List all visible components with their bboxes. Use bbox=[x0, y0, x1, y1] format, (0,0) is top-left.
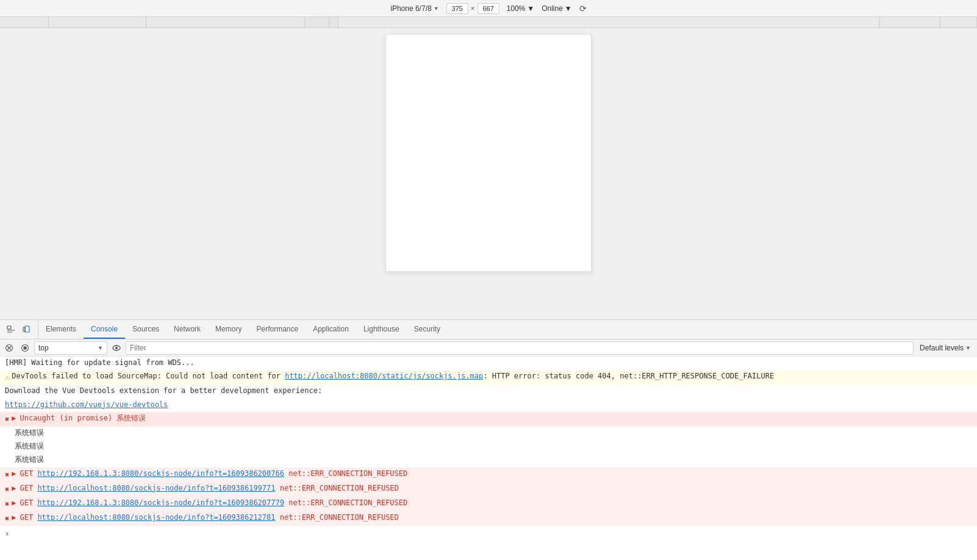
console-message-sourcemap: ⚠ DevTools failed to load SourceMap: Cou… bbox=[0, 370, 977, 385]
devtools-icon-group bbox=[0, 320, 38, 339]
device-selector[interactable]: iPhone 6/7/8 ▼ bbox=[390, 4, 438, 13]
tab-sources[interactable]: Sources bbox=[125, 320, 166, 339]
tab-lighthouse[interactable]: Lighthouse bbox=[356, 320, 407, 339]
rotate-icon[interactable]: ⟳ bbox=[579, 4, 587, 13]
expand-uncaught[interactable]: ▶ bbox=[12, 413, 16, 424]
syserr-3-text: 系统错误 bbox=[15, 454, 44, 466]
console-message-get-1: ✖ ▶ GET http://192.168.1.3:8080/sockjs-n… bbox=[0, 467, 977, 482]
error-icon-get-1: ✖ bbox=[5, 469, 9, 481]
uncaught-text: Uncaught (in promise) 系统错误 bbox=[20, 413, 146, 424]
vuedevtools-text: Download the Vue Devtools extension for … bbox=[5, 385, 322, 397]
stop-btn[interactable] bbox=[18, 341, 32, 355]
console-message-vuedevtools-link: https://github.com/vuejs/vue-devtools bbox=[0, 399, 977, 412]
get-4-link[interactable]: http://localhost:8080/sockjs-node/info?t… bbox=[37, 513, 275, 522]
get-2-link[interactable]: http://localhost:8080/sockjs-node/info?t… bbox=[37, 484, 275, 492]
tab-console[interactable]: Console bbox=[84, 320, 125, 339]
dimension-separator: × bbox=[471, 4, 475, 13]
console-message-get-2: ✖ ▶ GET http://localhost:8080/sockjs-nod… bbox=[0, 482, 977, 497]
context-selector[interactable]: top ▼ bbox=[34, 341, 107, 355]
warn-icon-1: ⚠ bbox=[5, 372, 9, 383]
ruler-bar bbox=[0, 17, 977, 28]
console-toolbar: top ▼ Default levels ▼ bbox=[0, 339, 977, 356]
svg-rect-5 bbox=[24, 346, 27, 349]
ruler-seg-5 bbox=[329, 17, 338, 27]
console-message-syserr-3: 系统错误 bbox=[0, 453, 977, 467]
log-levels-selector[interactable]: Default levels ▼ bbox=[916, 342, 975, 353]
filter-input[interactable] bbox=[126, 341, 914, 355]
sourcemap-text: DevTools failed to load SourceMap: Could… bbox=[12, 370, 774, 382]
expand-get-3[interactable]: ▶ bbox=[12, 497, 16, 509]
log-levels-arrow: ▼ bbox=[965, 345, 971, 351]
console-message-vuedevtools: Download the Vue Devtools extension for … bbox=[0, 385, 977, 398]
hmr-text: [HMR] Waiting for update signal from WDS… bbox=[5, 357, 195, 369]
ruler-seg-6 bbox=[338, 17, 879, 27]
eye-icon[interactable] bbox=[110, 341, 123, 355]
vuedevtools-link[interactable]: https://github.com/vuejs/vue-devtools bbox=[5, 399, 168, 411]
get-2-text: GET http://localhost:8080/sockjs-node/in… bbox=[20, 483, 398, 494]
clear-console-btn[interactable] bbox=[2, 341, 16, 355]
get-3-text: GET http://192.168.1.3:8080/sockjs-node/… bbox=[20, 497, 407, 509]
tab-application[interactable]: Application bbox=[306, 320, 356, 339]
ruler-seg-4 bbox=[305, 17, 329, 27]
main-viewport bbox=[0, 28, 977, 319]
tab-elements[interactable]: Elements bbox=[38, 320, 84, 339]
console-message-syserr-1: 系统错误 bbox=[0, 427, 977, 440]
log-levels-label: Default levels bbox=[920, 344, 964, 352]
svg-rect-2 bbox=[23, 327, 25, 331]
zoom-value: 100% bbox=[507, 4, 526, 13]
svg-rect-1 bbox=[25, 326, 29, 332]
phone-frame bbox=[385, 34, 592, 272]
context-arrow: ▼ bbox=[98, 345, 103, 351]
ruler-seg-3 bbox=[146, 17, 305, 27]
devtools-panel: Elements Console Sources Network Memory … bbox=[0, 319, 977, 560]
zoom-selector[interactable]: 100% ▼ bbox=[507, 4, 535, 13]
prompt-arrow: › bbox=[5, 528, 9, 540]
error-icon-uncaught: ✖ bbox=[5, 414, 9, 425]
tab-performance[interactable]: Performance bbox=[249, 320, 306, 339]
get-1-link[interactable]: http://192.168.1.3:8080/sockjs-node/info… bbox=[37, 469, 284, 478]
ruler-seg-8 bbox=[940, 17, 977, 27]
zoom-arrow: ▼ bbox=[527, 4, 534, 13]
ruler-seg-7 bbox=[879, 17, 940, 27]
syserr-1-text: 系统错误 bbox=[15, 427, 44, 439]
get-1-text: GET http://192.168.1.3:8080/sockjs-node/… bbox=[20, 468, 407, 480]
device-toolbar: iPhone 6/7/8 ▼ × 100% ▼ Online ▼ ⟳ bbox=[0, 0, 977, 17]
console-message-uncaught: ✖ ▶ Uncaught (in promise) 系统错误 bbox=[0, 412, 977, 427]
width-input[interactable] bbox=[446, 3, 468, 14]
device-icon[interactable] bbox=[20, 322, 34, 337]
console-message-get-3: ✖ ▶ GET http://192.168.1.3:8080/sockjs-n… bbox=[0, 497, 977, 511]
throttle-selector[interactable]: Online ▼ bbox=[542, 4, 572, 13]
console-message-syserr-2: 系统错误 bbox=[0, 440, 977, 453]
error-icon-get-4: ✖ bbox=[5, 513, 9, 525]
device-dropdown-arrow: ▼ bbox=[434, 5, 439, 12]
console-output: [HMR] Waiting for update signal from WDS… bbox=[0, 356, 977, 560]
inspect-icon[interactable] bbox=[4, 322, 18, 337]
tab-memory[interactable]: Memory bbox=[208, 320, 249, 339]
get-4-text: GET http://localhost:8080/sockjs-node/in… bbox=[20, 512, 398, 523]
expand-get-1[interactable]: ▶ bbox=[12, 468, 16, 480]
console-message-hmr: [HMR] Waiting for update signal from WDS… bbox=[0, 356, 977, 370]
context-value: top bbox=[38, 344, 49, 352]
console-message-get-4: ✖ ▶ GET http://localhost:8080/sockjs-nod… bbox=[0, 511, 977, 526]
tab-security[interactable]: Security bbox=[407, 320, 448, 339]
expand-get-2[interactable]: ▶ bbox=[12, 483, 16, 494]
ruler-seg-1 bbox=[0, 17, 49, 27]
error-icon-get-3: ✖ bbox=[5, 498, 9, 510]
syserr-2-text: 系统错误 bbox=[15, 441, 44, 452]
console-prompt[interactable]: › bbox=[0, 526, 977, 542]
svg-rect-0 bbox=[7, 326, 11, 329]
error-icon-get-2: ✖ bbox=[5, 484, 9, 495]
get-3-link[interactable]: http://192.168.1.3:8080/sockjs-node/info… bbox=[37, 498, 284, 507]
expand-get-4[interactable]: ▶ bbox=[12, 512, 16, 523]
ruler-seg-2 bbox=[49, 17, 146, 27]
throttle-arrow: ▼ bbox=[565, 4, 572, 13]
dimension-box: × bbox=[446, 3, 499, 14]
height-input[interactable] bbox=[478, 3, 499, 14]
devtools-tabs: Elements Console Sources Network Memory … bbox=[0, 320, 977, 339]
tab-network[interactable]: Network bbox=[166, 320, 208, 339]
svg-point-7 bbox=[115, 347, 118, 349]
sourcemap-link[interactable]: http://localhost:8080/static/js/sockjs.j… bbox=[285, 372, 483, 380]
throttle-value: Online bbox=[542, 4, 563, 13]
device-name: iPhone 6/7/8 bbox=[390, 4, 431, 13]
